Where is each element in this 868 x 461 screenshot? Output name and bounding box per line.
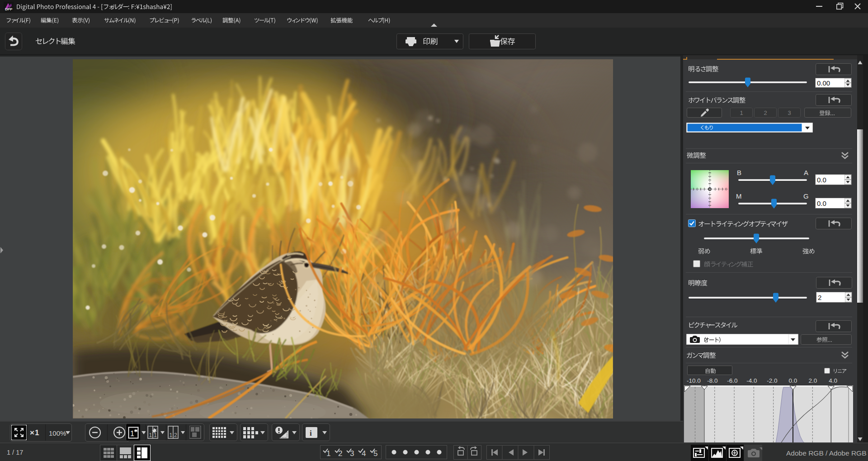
- svg-text:1: 1: [170, 432, 173, 438]
- svg-text:1: 1: [154, 432, 157, 438]
- svg-text:2: 2: [338, 449, 342, 457]
- svg-text:1: 1: [149, 432, 152, 438]
- svg-text:1: 1: [740, 109, 743, 116]
- svg-text:5: 5: [373, 449, 377, 457]
- svg-text:2: 2: [174, 432, 177, 438]
- svg-text:3: 3: [350, 449, 354, 457]
- svg-text:4: 4: [362, 449, 366, 457]
- svg-text:1: 1: [326, 449, 330, 457]
- svg-text:1: 1: [130, 430, 134, 437]
- svg-text:i: i: [310, 429, 312, 437]
- svg-text:3: 3: [788, 109, 791, 116]
- svg-text:DPP: DPP: [5, 7, 13, 11]
- svg-text:2: 2: [764, 109, 767, 116]
